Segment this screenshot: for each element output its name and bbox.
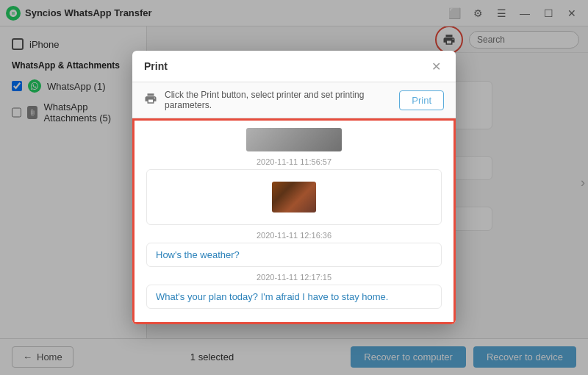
print-dialog-header: Print ✕ — [132, 51, 456, 82]
print-dialog-print-button[interactable]: Print — [399, 90, 444, 110]
print-instructions-text: Click the Print button, select printer a… — [165, 90, 392, 110]
dialog-timestamp-2: 2020-11-11 12:16:36 — [146, 231, 442, 240]
print-dialog-content: 2020-11-11 11:56:57 2020-11-11 12:16:36 … — [132, 118, 456, 324]
dialog-text-bubble-2: What's your plan today? I'm afraid I hav… — [146, 285, 442, 309]
print-dialog-close-button[interactable]: ✕ — [428, 58, 444, 74]
dialog-timestamp-3: 2020-11-11 12:17:15 — [146, 273, 442, 282]
overlay: Print ✕ Click the Print button, select p… — [0, 0, 588, 375]
dialog-text-link-1[interactable]: How's the weather? — [156, 249, 240, 260]
dialog-message-image — [272, 182, 316, 213]
print-instructions-bar: Click the Print button, select printer a… — [132, 82, 456, 118]
print-dialog: Print ✕ Click the Print button, select p… — [132, 51, 456, 324]
dialog-text-bubble-1: How's the weather? — [146, 243, 442, 267]
print-small-icon — [144, 92, 157, 109]
dialog-timestamp-1: 2020-11-11 11:56:57 — [146, 157, 442, 166]
print-top-image — [246, 128, 342, 151]
print-dialog-title: Print — [144, 60, 168, 72]
dialog-text-link-2[interactable]: What's your plan today? I'm afraid I hav… — [156, 291, 388, 302]
dialog-image-bubble — [146, 169, 442, 225]
